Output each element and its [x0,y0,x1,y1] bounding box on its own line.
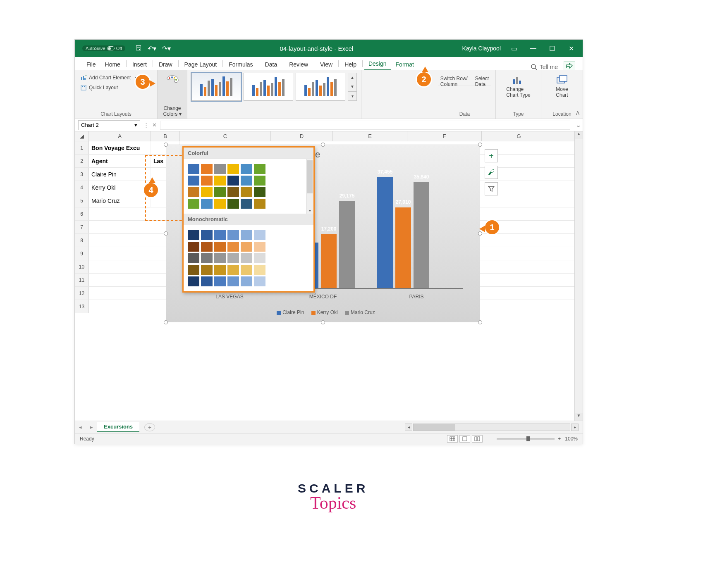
row-hdr[interactable]: 10 [75,260,89,273]
col-F[interactable]: F [407,131,482,141]
formula-input[interactable] [160,121,570,130]
resize-handle[interactable] [164,320,168,324]
collapse-ribbon-icon[interactable]: ᐱ [576,110,579,116]
bar[interactable]: 37,455 [377,177,393,288]
row-hdr[interactable]: 8 [75,234,89,247]
tab-review[interactable]: Review [285,59,312,70]
autosave-toggle[interactable]: AutoSave Off [82,45,125,51]
maximize-icon[interactable]: ☐ [546,45,558,52]
chart-styles-scroll[interactable]: ▲▼▾ [348,73,357,101]
resize-handle[interactable] [164,231,168,236]
cell[interactable]: Bon Voyage Excu [89,141,151,154]
tell-me-search[interactable]: Tell me [531,64,558,70]
row-hdr[interactable]: 7 [75,221,89,233]
chart-style-3[interactable] [296,73,345,101]
tab-insert[interactable]: Insert [128,59,151,70]
new-sheet-button[interactable]: + [144,423,155,431]
redo-icon[interactable]: ↷▾ [162,45,171,52]
tab-design[interactable]: Design [364,58,391,70]
tab-draw[interactable]: Draw [155,59,177,70]
zoom-out-icon[interactable]: — [488,436,493,442]
tab-file[interactable]: File [82,59,100,70]
resize-handle[interactable] [321,143,325,147]
row-hdr[interactable]: 4 [75,181,89,194]
fx-cancel-icon[interactable]: ✕ [152,122,157,128]
tab-home[interactable]: Home [101,59,124,70]
color-palette-row[interactable] [188,253,302,263]
horizontal-scrollbar[interactable]: ◂▸ [405,424,583,431]
change-chart-type-button[interactable]: ChangeChart Type [506,74,530,98]
color-palette-row[interactable] [188,230,302,240]
dropdown-scrollbar[interactable]: ▾ [306,159,313,214]
select-data-button[interactable]: SelectData [475,74,489,86]
row-hdr[interactable]: 3 [75,168,89,181]
row-hdr[interactable]: 11 [75,274,89,286]
close-icon[interactable]: ✕ [565,45,577,52]
user-name[interactable]: Kayla Claypool [462,45,501,52]
color-palette-row[interactable] [188,164,302,174]
resize-handle[interactable] [164,143,168,147]
color-palette-row[interactable] [188,199,302,209]
select-all-corner[interactable]: ◢ [75,131,89,141]
row-hdr[interactable]: 12 [75,287,89,300]
col-A[interactable]: A [89,131,151,141]
zoom-in-icon[interactable]: + [558,436,561,442]
view-page-break-icon[interactable] [472,435,483,443]
col-G[interactable]: G [482,131,556,141]
row-hdr[interactable]: 5 [75,194,89,207]
bar[interactable]: 27,010 [395,207,411,288]
tab-help[interactable]: Help [340,59,361,70]
row-hdr[interactable]: 9 [75,247,89,260]
row-hdr[interactable]: 6 [75,207,89,220]
change-colors-dropdown[interactable]: Colorful ▾ Monochromatic [182,146,315,293]
sheet-nav-next[interactable]: ▸ [86,424,97,430]
sheet-nav-prev[interactable]: ◂ [75,424,86,430]
col-C[interactable]: C [180,131,271,141]
chart-legend[interactable]: Claire Pin Kerry Oki Mario Cruz [166,309,480,315]
col-B[interactable]: B [151,131,180,141]
chart-style-2[interactable] [244,73,293,101]
view-page-layout-icon[interactable] [459,435,470,443]
col-D[interactable]: D [271,131,333,141]
chart-style-1[interactable] [191,73,241,101]
cell[interactable]: Claire Pin [89,168,151,181]
color-palette-row[interactable] [188,187,302,197]
zoom-percent[interactable]: 100% [565,436,578,442]
cell[interactable]: Mario Cruz [89,194,151,207]
expand-formula-icon[interactable]: ⌄ [574,121,583,129]
tab-data[interactable]: Data [261,59,282,70]
bar[interactable]: 29,175 [339,201,355,288]
chart-elements-button[interactable]: + [485,149,498,162]
row-hdr[interactable]: 1 [75,141,89,154]
row-hdr[interactable]: 2 [75,155,89,167]
color-palette-row[interactable] [188,176,302,186]
vertical-scrollbar[interactable]: ▲▼ [574,131,583,421]
cell[interactable]: Agent [89,155,151,167]
resize-handle[interactable] [478,143,482,147]
col-E[interactable]: E [333,131,407,141]
share-button[interactable] [564,61,575,70]
tab-page-layout[interactable]: Page Layout [180,59,221,70]
save-icon[interactable]: 🖫 [135,45,142,52]
bar[interactable]: 17,200 [321,234,337,288]
row-hdr[interactable]: 13 [75,300,89,313]
undo-icon[interactable]: ↶▾ [148,45,156,52]
resize-handle[interactable] [321,320,325,324]
zoom-slider[interactable] [497,438,555,440]
move-chart-button[interactable]: MoveChart [556,74,568,98]
cell[interactable]: Kerry Oki [89,181,151,194]
color-palette-row[interactable] [188,276,302,286]
cancel-icon[interactable]: ⋮ [143,122,149,128]
ribbon-display-icon[interactable]: ▭ [508,45,520,52]
minimize-icon[interactable]: — [527,45,539,52]
tab-formulas[interactable]: Formulas [225,59,257,70]
color-palette-row[interactable] [188,265,302,275]
view-normal-icon[interactable] [447,435,458,443]
tab-format[interactable]: Format [392,59,418,70]
chart-styles-button[interactable]: 🖌 [485,166,498,179]
resize-handle[interactable] [478,320,482,324]
change-colors-button[interactable]: ChangeColors ▾ [158,70,187,119]
name-box[interactable]: Chart 2▾ [78,120,140,130]
tab-view[interactable]: View [316,59,337,70]
bar[interactable]: 35,840 [414,182,429,288]
